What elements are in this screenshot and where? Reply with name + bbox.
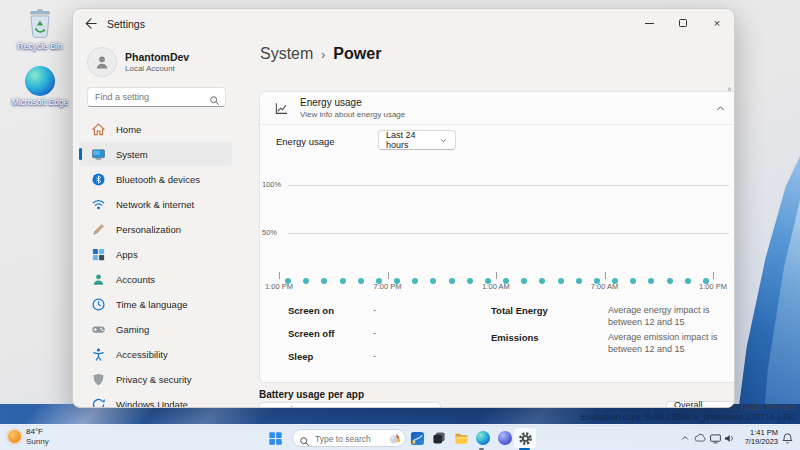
- account-type: Local Account: [125, 64, 189, 73]
- copilot-icon[interactable]: [496, 429, 514, 447]
- energy-usage-card: Energy usage View info about energy usag…: [259, 91, 735, 383]
- back-icon[interactable]: [83, 16, 101, 32]
- data-point: [303, 278, 309, 284]
- data-point: [594, 278, 600, 284]
- data-point: [558, 278, 564, 284]
- sidebar-item-accounts[interactable]: Accounts: [79, 267, 232, 291]
- sidebar-item-personalization[interactable]: Personalization: [79, 217, 232, 241]
- wifi-icon: [91, 197, 106, 212]
- data-point: [340, 278, 346, 284]
- watermark-line2: Evaluation copy. Build 23506.ni_prerelea…: [581, 412, 796, 422]
- x-axis-tick: [279, 272, 280, 279]
- data-point: [521, 278, 527, 284]
- user-account[interactable]: PhantomDev Local Account: [87, 47, 189, 77]
- desktop-icon-recycle-bin[interactable]: Recycle Bin: [9, 8, 71, 52]
- stat-value: -: [373, 328, 376, 338]
- x-axis-tick: [496, 272, 497, 279]
- x-axis-tick: [388, 272, 389, 279]
- data-point: [539, 278, 545, 284]
- clock-icon: [91, 297, 106, 312]
- settings-taskbar-icon[interactable]: [516, 429, 534, 447]
- search-icon: [424, 406, 434, 408]
- window-title: Settings: [107, 18, 145, 30]
- data-point: [285, 278, 291, 284]
- desktop-icon-microsoft-edge[interactable]: Microsoft Edge: [9, 66, 71, 108]
- search-highlights-icon: [388, 432, 402, 450]
- data-point: [703, 278, 709, 284]
- system-icon: [91, 147, 106, 162]
- sidebar: PhantomDev Local Account Home System: [73, 39, 238, 407]
- sidebar-item-system[interactable]: System: [79, 142, 232, 166]
- stat-label: Total Energy: [491, 305, 548, 316]
- desktop-icon-label: Recycle Bin: [9, 42, 71, 52]
- sidebar-item-home[interactable]: Home: [79, 117, 232, 141]
- minimize-button[interactable]: [632, 9, 666, 37]
- taskbar-search-box[interactable]: [292, 429, 406, 447]
- sidebar-item-bluetooth-devices[interactable]: Bluetooth & devices: [79, 167, 232, 191]
- weather-condition: Sunny: [26, 437, 49, 447]
- battery-search-input[interactable]: [267, 403, 417, 408]
- data-point: [358, 278, 364, 284]
- sort-dropdown[interactable]: Overall usage: [666, 401, 735, 408]
- gridline: [288, 185, 729, 186]
- page-title: Power: [333, 45, 381, 63]
- y-axis-label: 50%: [262, 228, 286, 237]
- clock[interactable]: 1:41 PM 7/19/2023: [745, 428, 778, 447]
- desktop-icon-label: Microsoft Edge: [9, 98, 71, 108]
- pinned-app-icon[interactable]: [408, 429, 426, 447]
- user-name: PhantomDev: [125, 51, 189, 63]
- settings-window: Settings × PhantomDev Local Account: [72, 8, 735, 408]
- content-pane: System › Power Energy usage View info ab…: [238, 39, 734, 407]
- sidebar-item-gaming[interactable]: Gaming: [79, 317, 232, 341]
- volume-icon[interactable]: [720, 429, 738, 447]
- home-icon: [91, 122, 106, 137]
- stat-value: Average energy impact is between 12 and …: [608, 305, 735, 328]
- sidebar-item-apps[interactable]: Apps: [79, 242, 232, 266]
- sidebar-item-privacy-security[interactable]: Privacy & security: [79, 367, 232, 391]
- start-button[interactable]: [266, 429, 284, 447]
- sidebar-item-windows-update[interactable]: Windows Update: [79, 392, 232, 408]
- data-point: [612, 278, 618, 284]
- sidebar-item-time-language[interactable]: Time & language: [79, 292, 232, 316]
- data-point: [648, 278, 654, 284]
- tray-time: 1:41 PM: [745, 428, 778, 437]
- data-point: [667, 278, 673, 284]
- battery-search-box[interactable]: [259, 402, 441, 408]
- data-point: [485, 278, 491, 284]
- task-view-icon[interactable]: [430, 429, 448, 447]
- breadcrumb: System › Power: [260, 45, 381, 63]
- stat-label: Screen on: [288, 305, 334, 316]
- edge-icon: [476, 431, 490, 445]
- stat-value: -: [373, 351, 376, 361]
- sidebar-item-network-internet[interactable]: Network & internet: [79, 192, 232, 216]
- battery-usage-title: Battery usage per app: [259, 389, 364, 400]
- notification-bell-icon[interactable]: [778, 429, 796, 447]
- data-point: [685, 278, 691, 284]
- tray-date: 7/19/2023: [745, 437, 778, 446]
- avatar: [87, 47, 117, 77]
- data-point: [449, 278, 455, 284]
- sidebar-item-accessibility[interactable]: Accessibility: [79, 342, 232, 366]
- taskbar: 84°F Sunny: [0, 424, 800, 450]
- breadcrumb-system[interactable]: System: [260, 45, 313, 63]
- data-point: [467, 278, 473, 284]
- titlebar[interactable]: Settings ×: [73, 9, 734, 39]
- maximize-button[interactable]: [666, 9, 700, 37]
- close-button[interactable]: ×: [700, 9, 734, 37]
- recycle-bin-icon: [25, 8, 55, 40]
- settings-search-box[interactable]: [87, 87, 226, 107]
- desktop: Recycle Bin Microsoft Edge Windows 11 Pr…: [0, 0, 800, 450]
- settings-search-input[interactable]: [95, 88, 205, 106]
- taskbar-search-input[interactable]: [315, 431, 375, 446]
- data-point: [430, 278, 436, 284]
- search-icon: [209, 92, 220, 110]
- person-icon: [91, 272, 106, 287]
- edge-taskbar-icon[interactable]: [474, 429, 492, 447]
- data-point: [412, 278, 418, 284]
- search-icon: [299, 433, 310, 450]
- edge-running-indicator: [479, 448, 484, 450]
- file-explorer-icon[interactable]: [452, 429, 470, 447]
- weather-widget[interactable]: 84°F Sunny: [8, 427, 49, 446]
- sidebar-nav: Home System Bluetooth & devices Network …: [79, 117, 232, 408]
- weather-temperature: 84°F: [26, 427, 49, 437]
